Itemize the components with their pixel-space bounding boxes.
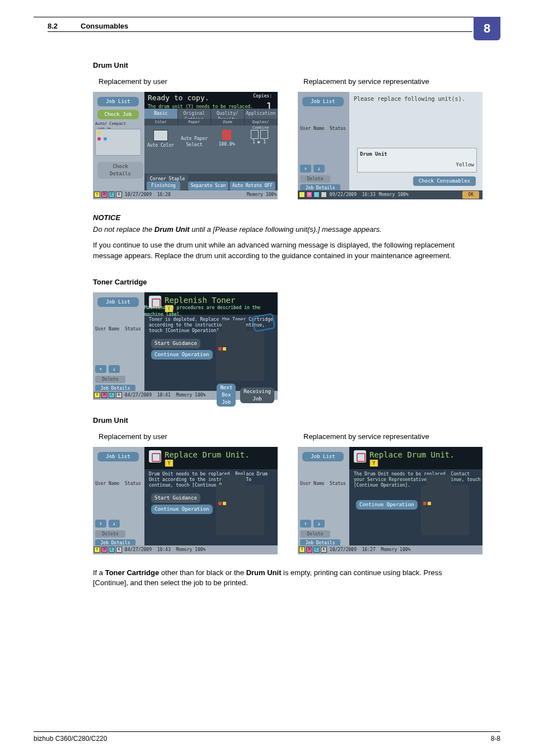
job-list-button[interactable]: Job List [97,297,139,307]
status-mem-value: 100% [195,392,205,399]
delete-button[interactable]: Delete [95,376,125,383]
check-details-button[interactable]: Check Details [97,162,143,179]
tab-quality[interactable]: Quality/ Density [211,109,245,119]
side-user-label: User Name [95,326,119,332]
caption-srv-2: Replacement by service representative [303,432,483,442]
tab-application[interactable]: Application [245,109,278,119]
drum-color-y-icon: Y [369,459,378,467]
status-mem-label: Memory [176,392,192,399]
toner-y-icon: Y [94,547,100,553]
status-time: 10:41 [157,392,171,399]
job-list-button[interactable]: Job List [97,97,139,106]
status-time: 16:20 [157,192,171,198]
printer-illustration [216,485,264,535]
tab-basic[interactable]: Basic [144,109,178,119]
status-date: 09/22/2009 [330,192,357,198]
screenshot-replace-unit: Job List User Name Status ↑↓ Delete Job … [298,92,483,199]
job-list-button[interactable]: Job List [97,452,139,461]
screenshot-copy-ready: Job List Check Job Auto/ Compact 100.0% [93,92,278,199]
screenshot-replace-drum-user: Job List User Name Status ↑↓ Delete Job … [93,447,278,554]
status-mem-label: Memory [176,547,192,553]
next-box-job-button[interactable]: Next Box Job [217,384,236,407]
status-time: 16:27 [362,547,376,553]
delete-button[interactable]: Delete [95,530,125,538]
hdr-paper: Paper [178,119,212,125]
arrow-down-button[interactable]: ↓ [109,365,120,373]
toner-m-icon: M [306,192,312,198]
section-title: Consumables [81,21,128,32]
section-rule [48,31,472,32]
toner-c-icon: C [313,192,320,198]
tile-zoom[interactable]: 100.0% [219,142,235,147]
footer-model: bizhub C360/C280/C220 [34,734,107,744]
side-status-label: Status [125,481,141,486]
printer-illustration [421,485,469,535]
arrow-down-button[interactable]: ↓ [109,520,120,528]
toner-c-icon: C [109,547,115,553]
unit-color: Yellow [360,161,474,169]
check-job-button[interactable]: Check Job [97,110,139,119]
unit-name: Drum Unit [360,151,474,158]
status-date: 10/27/2009 [330,547,357,553]
receiving-job-label: Receiving Job [240,388,274,403]
side-user-label: User Name [300,126,324,131]
toner-k-icon: K [116,192,122,198]
toner-m-icon: M [101,192,107,198]
arrow-up-button[interactable]: ↑ [95,365,106,373]
status-time: 16:33 [362,192,376,198]
continue-operation-button[interactable]: Continue Operation [151,350,213,360]
status-mem-label: Memory [379,192,395,197]
job-list-button[interactable]: Job List [302,452,344,461]
tile-color[interactable]: Auto Color [147,143,174,148]
status-mem-value: 100% [266,192,277,197]
caption-user-2: Replacement by user [99,432,278,442]
arrow-down-button[interactable]: ↓ [313,520,325,528]
side-user-label: User Name [300,481,324,486]
ok-button[interactable]: OK [462,191,479,199]
delete-button[interactable]: Delete [300,530,330,538]
continue-operation-button[interactable]: Continue Operation [356,500,418,510]
heading-toner-cartridge: Toner Cartridge [93,277,472,288]
tab-original[interactable]: Original Setting [178,109,212,119]
delete-button[interactable]: Delete [300,175,330,183]
status-date: 04/27/2009 [125,547,152,553]
drum-srv-title: Replace Drum Unit. [369,449,455,460]
replace-unit-message: Please replace following unit(s). [354,95,465,104]
arrow-up-button[interactable]: ↑ [300,520,311,528]
alert-icon [149,450,161,463]
continue-operation-button[interactable]: Continue Operation [151,505,213,514]
status-mem-value: 100% [397,192,408,197]
toner-k-icon: K [116,547,122,553]
arrow-up-button[interactable]: ↑ [95,520,106,528]
separate-scan-button[interactable]: Separate Scan [188,181,228,190]
status-mem-label: Memory [381,547,397,553]
side-status-label: Status [330,481,346,486]
notice-text: Do not replace the Drum Unit until a [Pl… [93,225,472,235]
caption-srv-1: Replacement by service representative [303,77,483,87]
toner-c-icon: C [109,392,115,398]
heading-drum-unit-2: Drum Unit [93,416,472,426]
job-list-button[interactable]: Job List [302,97,344,106]
section-number: 8.2 [48,21,58,32]
chapter-badge: 8 [474,17,500,40]
status-mem-value: 100% [400,547,410,553]
arrow-up-button[interactable]: ↑ [300,165,311,172]
toner-y-icon: Y [94,192,100,198]
check-consumables-button[interactable]: Check Consumables [413,176,476,186]
start-guidance-button[interactable]: Start Guidance [151,493,200,503]
auto-rotate-button[interactable]: Auto Rotate OFF [229,181,275,190]
status-date: 04/27/2009 [125,392,152,399]
top-rule [34,17,500,17]
tile-duplex[interactable]: 1 ▶ 1 [252,139,266,144]
heading-drum-unit-1: Drum Unit [93,60,472,71]
side-status-label: Status [330,126,346,131]
toner-k-icon: K [116,392,122,398]
paragraph-2: If a Toner Cartridge other than for blac… [93,568,472,589]
tile-paper[interactable]: Auto Paper Select [181,136,208,148]
screenshot-replenish-toner: Job List User Name Status ↑↓ Delete Job … [93,292,278,400]
finishing-button[interactable]: Finishing [147,181,180,190]
auto-compact-label: Auto/ Compact [95,122,126,126]
paragraph-1: If you continue to use the drum unit whi… [93,240,472,262]
start-guidance-button[interactable]: Start Guidance [151,339,200,348]
arrow-down-button[interactable]: ↓ [313,165,325,172]
